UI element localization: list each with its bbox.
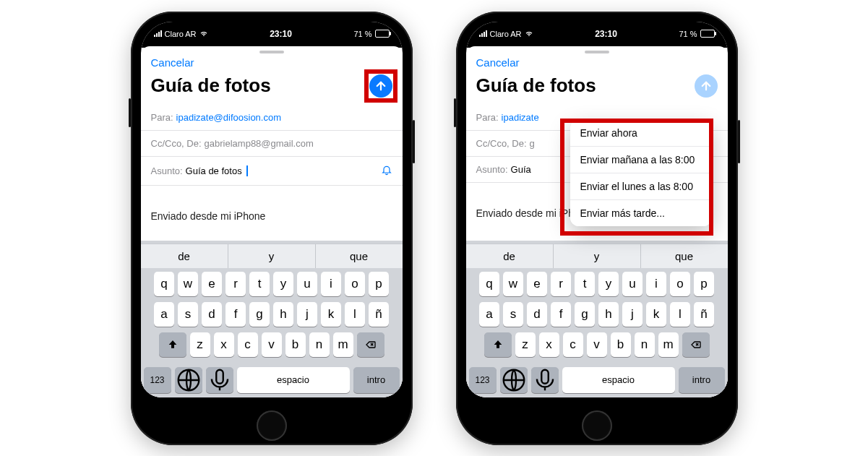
key-c[interactable]: c bbox=[238, 332, 258, 357]
key-j[interactable]: j bbox=[622, 302, 643, 327]
key-v[interactable]: v bbox=[587, 332, 607, 357]
status-bar: Claro AR 23:10 71 % bbox=[466, 22, 728, 43]
key-ñ[interactable]: ñ bbox=[369, 302, 389, 327]
sheet-grabber[interactable] bbox=[259, 51, 284, 53]
key-u[interactable]: u bbox=[297, 272, 317, 296]
suggestion[interactable]: y bbox=[554, 244, 641, 268]
key-n[interactable]: n bbox=[635, 332, 655, 357]
sheet-grabber[interactable] bbox=[585, 51, 609, 53]
key-p[interactable]: p bbox=[694, 272, 714, 296]
shift-key[interactable] bbox=[484, 332, 512, 357]
key-f[interactable]: f bbox=[551, 302, 571, 327]
key-i[interactable]: i bbox=[321, 272, 341, 296]
key-ñ[interactable]: ñ bbox=[694, 302, 714, 327]
to-label: Para: bbox=[151, 112, 173, 123]
shift-key[interactable] bbox=[159, 332, 186, 357]
key-c[interactable]: c bbox=[563, 332, 583, 357]
key-e[interactable]: e bbox=[527, 272, 547, 296]
key-q[interactable]: q bbox=[479, 272, 499, 296]
key-l[interactable]: l bbox=[345, 302, 365, 327]
key-s[interactable]: s bbox=[178, 302, 198, 327]
key-m[interactable]: m bbox=[333, 332, 353, 357]
key-r[interactable]: r bbox=[551, 272, 571, 296]
numbers-key[interactable]: 123 bbox=[469, 367, 497, 393]
suggestion[interactable]: de bbox=[466, 244, 554, 268]
globe-key[interactable] bbox=[175, 367, 202, 393]
text-cursor bbox=[246, 165, 248, 176]
home-button[interactable] bbox=[257, 410, 287, 441]
key-b[interactable]: b bbox=[285, 332, 306, 357]
battery-icon bbox=[700, 30, 715, 38]
compose-sheet: Cancelar Guía de fotos Para: ipadizate@d… bbox=[141, 46, 403, 397]
status-time: 23:10 bbox=[595, 29, 617, 39]
space-key[interactable]: espacio bbox=[237, 367, 350, 393]
key-p[interactable]: p bbox=[369, 272, 389, 296]
email-body[interactable]: Enviado desde mi iPhone bbox=[141, 186, 403, 241]
key-g[interactable]: g bbox=[575, 302, 595, 327]
mic-key[interactable] bbox=[531, 367, 559, 393]
key-g[interactable]: g bbox=[249, 302, 270, 327]
key-w[interactable]: w bbox=[503, 272, 523, 296]
cancel-button[interactable]: Cancelar bbox=[151, 56, 194, 69]
key-x[interactable]: x bbox=[539, 332, 559, 357]
keyboard: de y que qwertyuiop asdfghjklñ zxcvbnm bbox=[466, 241, 728, 397]
popup-item-send-tomorrow[interactable]: Enviar mañana a las 8:00 bbox=[570, 147, 712, 173]
key-a[interactable]: a bbox=[154, 302, 174, 327]
key-z[interactable]: z bbox=[515, 332, 536, 357]
suggestion[interactable]: que bbox=[641, 244, 728, 268]
popup-item-send-now[interactable]: Enviar ahora bbox=[570, 120, 712, 147]
key-y[interactable]: y bbox=[273, 272, 293, 296]
key-y[interactable]: y bbox=[598, 272, 619, 296]
backspace-key[interactable] bbox=[357, 332, 384, 357]
space-key[interactable]: espacio bbox=[562, 367, 675, 393]
key-z[interactable]: z bbox=[190, 332, 210, 357]
key-k[interactable]: k bbox=[321, 302, 341, 327]
bell-icon[interactable] bbox=[381, 164, 392, 178]
globe-key[interactable] bbox=[500, 367, 528, 393]
subject-field[interactable]: Asunto: Guía de fotos bbox=[141, 157, 403, 186]
key-o[interactable]: o bbox=[670, 272, 690, 296]
svg-rect-1 bbox=[216, 369, 223, 383]
key-h[interactable]: h bbox=[273, 302, 293, 327]
key-e[interactable]: e bbox=[202, 272, 222, 296]
key-n[interactable]: n bbox=[309, 332, 330, 357]
key-t[interactable]: t bbox=[249, 272, 270, 296]
popup-item-send-later[interactable]: Enviar más tarde... bbox=[570, 200, 712, 226]
send-button[interactable] bbox=[695, 74, 718, 98]
mic-key[interactable] bbox=[206, 367, 233, 393]
key-v[interactable]: v bbox=[262, 332, 282, 357]
key-m[interactable]: m bbox=[658, 332, 679, 357]
key-a[interactable]: a bbox=[479, 302, 499, 327]
popup-item-send-monday[interactable]: Enviar el lunes a las 8:00 bbox=[570, 173, 712, 200]
key-s[interactable]: s bbox=[503, 302, 523, 327]
key-u[interactable]: u bbox=[622, 272, 643, 296]
cc-field[interactable]: Cc/Cco, De: gabrielamp88@gmail.com bbox=[141, 131, 403, 157]
suggestion[interactable]: de bbox=[141, 244, 228, 268]
subject-value: Guía de fotos bbox=[186, 165, 242, 176]
key-b[interactable]: b bbox=[611, 332, 631, 357]
key-x[interactable]: x bbox=[214, 332, 234, 357]
suggestion[interactable]: y bbox=[228, 244, 316, 268]
key-w[interactable]: w bbox=[178, 272, 198, 296]
key-r[interactable]: r bbox=[225, 272, 246, 296]
key-l[interactable]: l bbox=[670, 302, 690, 327]
cancel-button[interactable]: Cancelar bbox=[476, 56, 520, 69]
key-h[interactable]: h bbox=[598, 302, 619, 327]
numbers-key[interactable]: 123 bbox=[144, 367, 171, 393]
key-t[interactable]: t bbox=[575, 272, 595, 296]
backspace-key[interactable] bbox=[682, 332, 710, 357]
return-key[interactable]: intro bbox=[679, 367, 725, 393]
suggestion[interactable]: que bbox=[316, 244, 403, 268]
return-key[interactable]: intro bbox=[353, 367, 400, 393]
key-k[interactable]: k bbox=[646, 302, 666, 327]
key-q[interactable]: q bbox=[154, 272, 174, 296]
key-d[interactable]: d bbox=[202, 302, 222, 327]
key-o[interactable]: o bbox=[345, 272, 365, 296]
key-f[interactable]: f bbox=[225, 302, 246, 327]
home-button[interactable] bbox=[582, 410, 612, 441]
key-i[interactable]: i bbox=[646, 272, 666, 296]
to-field[interactable]: Para: ipadizate@difoosion.com bbox=[141, 105, 403, 131]
key-d[interactable]: d bbox=[527, 302, 547, 327]
key-j[interactable]: j bbox=[297, 302, 317, 327]
send-options-popup: Enviar ahora Enviar mañana a las 8:00 En… bbox=[570, 120, 712, 226]
